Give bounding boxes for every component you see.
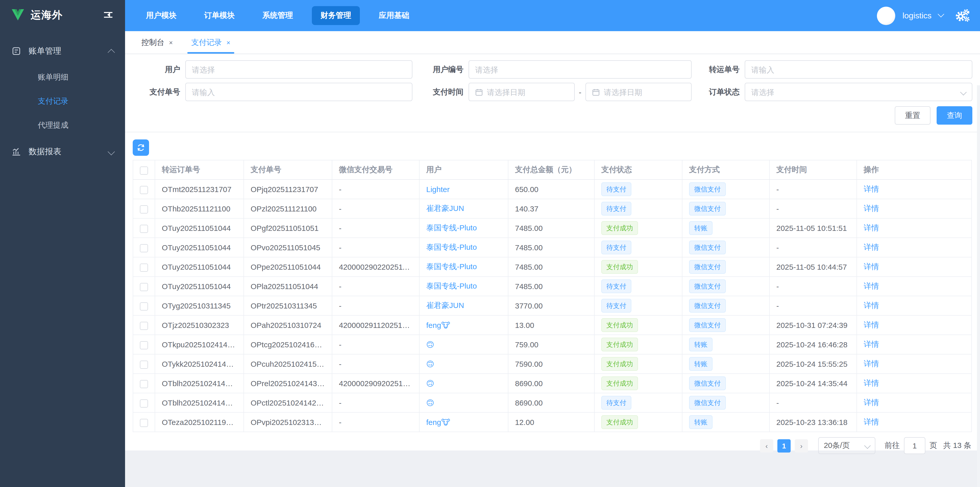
row-checkbox[interactable] <box>140 244 148 252</box>
user-link[interactable]: 🙃 <box>426 379 434 387</box>
detail-link[interactable]: 详情 <box>864 359 879 368</box>
chevron-down-icon[interactable] <box>938 11 944 18</box>
cell-amount: 650.00 <box>508 179 594 199</box>
user-link[interactable]: 崔君豪JUN <box>426 204 464 212</box>
close-icon[interactable]: × <box>226 38 230 46</box>
user-link[interactable]: 🙃 <box>426 359 434 368</box>
cell-pay-no: OPpe202511051044 <box>244 257 332 276</box>
detail-link[interactable]: 详情 <box>864 398 879 407</box>
nav-item-user-module[interactable]: 用户模块 <box>137 6 185 25</box>
top-navbar: 用户模块 订单模块 系统管理 财务管理 应用基础 logistics <box>125 0 980 31</box>
nav-item-app-basics[interactable]: 应用基础 <box>370 6 418 25</box>
cell-wx-no: 420000291120251031... <box>332 315 419 335</box>
sidebar-item-agent-commission[interactable]: 代理提成 <box>0 113 125 137</box>
pay-no-field[interactable] <box>185 83 412 101</box>
tab-console[interactable]: 控制台 × <box>132 31 182 54</box>
user-link[interactable]: 泰国专线-Pluto <box>426 243 477 251</box>
row-checkbox[interactable] <box>140 225 148 233</box>
order-status-select[interactable] <box>745 83 972 101</box>
detail-link[interactable]: 详情 <box>864 417 879 426</box>
status-badge: 待支付 <box>601 202 632 216</box>
search-button[interactable]: 查询 <box>937 106 972 125</box>
row-checkbox[interactable] <box>140 283 148 291</box>
date-end-input[interactable] <box>604 88 685 96</box>
detail-link[interactable]: 详情 <box>864 223 879 232</box>
user-link[interactable]: 泰国专线-Pluto <box>426 223 477 232</box>
detail-link[interactable]: 详情 <box>864 204 879 212</box>
cell-pay-no: OPtcg2025102416462... <box>244 335 332 354</box>
sidebar-item-bill-detail[interactable]: 账单明细 <box>0 65 125 89</box>
user-link[interactable]: 泰国专线-Pluto <box>426 281 477 290</box>
detail-link[interactable]: 详情 <box>864 320 879 329</box>
tab-payment-records[interactable]: 支付记录 × <box>182 31 239 54</box>
goto-page-input[interactable] <box>904 437 925 454</box>
detail-link[interactable]: 详情 <box>864 378 879 387</box>
status-badge: 待支付 <box>601 299 632 313</box>
detail-link[interactable]: 详情 <box>864 262 879 271</box>
avatar[interactable] <box>877 6 895 25</box>
settings-gear-icon[interactable] <box>955 8 970 23</box>
prev-page-button[interactable]: ‹ <box>760 439 773 452</box>
row-checkbox[interactable] <box>140 380 148 388</box>
page-content: 用户 用户编号 转运单号 支付单号 支 <box>125 54 980 487</box>
detail-link[interactable]: 详情 <box>864 340 879 348</box>
table-row: OTyg202510311345 OPtr202510311345 - 崔君豪J… <box>133 296 972 315</box>
date-start-input[interactable] <box>487 88 568 96</box>
chevron-down-icon <box>960 89 966 95</box>
user-link[interactable]: 崔君豪JUN <box>426 301 464 310</box>
row-checkbox[interactable] <box>140 321 148 330</box>
nav-item-order-module[interactable]: 订单模块 <box>196 6 243 25</box>
sidebar-item-data-reports[interactable]: 数据报表 <box>0 137 125 166</box>
cell-pay-no: OPrel2025102414353... <box>244 374 332 393</box>
user-link[interactable]: feng🐮 <box>426 418 450 426</box>
row-checkbox[interactable] <box>140 341 148 349</box>
tab-bar: 控制台 × 支付记录 × <box>125 31 980 54</box>
sidebar: 运海外 账单管理 账单明细 支付记录 <box>0 0 125 487</box>
row-checkbox[interactable] <box>140 360 148 369</box>
user-link[interactable]: 🙃 <box>426 340 434 348</box>
user-link[interactable]: 泰国专线-Pluto <box>426 262 477 271</box>
cell-order-no: OTmt202511231707 <box>155 179 244 199</box>
sidebar-collapse-icon[interactable] <box>103 9 114 21</box>
user-no-select[interactable] <box>469 60 692 79</box>
detail-link[interactable]: 详情 <box>864 301 879 310</box>
detail-link[interactable]: 详情 <box>864 281 879 290</box>
page-number-1[interactable]: 1 <box>777 439 791 452</box>
status-badge: 支付成功 <box>601 357 638 371</box>
user-link[interactable]: Lighter <box>426 185 450 193</box>
sidebar-item-label: 数据报表 <box>29 146 109 157</box>
row-checkbox[interactable] <box>140 186 148 194</box>
col-pay-time: 支付时间 <box>770 160 857 179</box>
scrollbar-track[interactable] <box>977 85 980 487</box>
row-checkbox[interactable] <box>140 399 148 407</box>
user-link[interactable]: feng🐮 <box>426 321 450 329</box>
user-select[interactable] <box>185 60 412 79</box>
order-status-select-input[interactable] <box>751 88 957 96</box>
user-link[interactable]: 🙃 <box>426 398 434 407</box>
refresh-button[interactable] <box>133 139 149 156</box>
username[interactable]: logistics <box>902 11 932 20</box>
select-all-checkbox[interactable] <box>140 166 148 174</box>
user-select-input[interactable] <box>192 65 406 74</box>
page-size-select[interactable]: 20条/页 <box>818 437 875 454</box>
row-checkbox[interactable] <box>140 205 148 213</box>
nav-item-finance-admin[interactable]: 财务管理 <box>312 6 360 25</box>
date-start-field[interactable] <box>469 83 575 101</box>
row-checkbox[interactable] <box>140 302 148 310</box>
reset-button[interactable]: 重置 <box>895 106 931 125</box>
next-page-button[interactable]: › <box>795 439 808 452</box>
detail-link[interactable]: 详情 <box>864 184 879 193</box>
detail-link[interactable]: 详情 <box>864 243 879 251</box>
transfer-no-input[interactable] <box>751 65 966 74</box>
sidebar-item-billing[interactable]: 账单管理 <box>0 37 125 65</box>
row-checkbox[interactable] <box>140 263 148 271</box>
date-end-field[interactable] <box>585 83 692 101</box>
user-no-select-input[interactable] <box>475 65 685 74</box>
sidebar-item-payment-records[interactable]: 支付记录 <box>0 89 125 113</box>
pay-no-input[interactable] <box>192 88 406 96</box>
filter-label-user-no: 用户编号 <box>412 65 469 74</box>
nav-item-system-admin[interactable]: 系统管理 <box>254 6 302 25</box>
transfer-no-field[interactable] <box>745 60 972 79</box>
row-checkbox[interactable] <box>140 418 148 427</box>
close-icon[interactable]: × <box>169 38 173 46</box>
